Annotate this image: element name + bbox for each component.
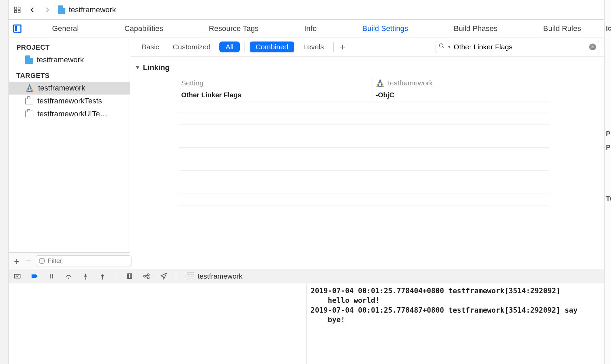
editor-tabs: General Capabilities Resource Tags Info … <box>9 20 604 37</box>
step-out-icon[interactable] <box>99 272 106 280</box>
tab-build-settings[interactable]: Build Settings <box>351 20 420 37</box>
tab-resource-tags[interactable]: Resource Tags <box>197 20 270 37</box>
toggle-navigator-icon[interactable] <box>12 20 22 37</box>
table-row <box>178 101 549 113</box>
sidebar-project-item[interactable]: testframework <box>9 53 130 66</box>
svg-rect-20 <box>128 274 131 279</box>
sidebar-item-label: testframework <box>38 84 85 93</box>
divider <box>116 272 116 280</box>
tab-build-phases[interactable]: Build Phases <box>442 20 509 37</box>
build-settings-filter-bar: Basic Customized All Combined Levels ＋ ▾… <box>130 37 604 56</box>
tab-info[interactable]: Info <box>293 20 328 37</box>
svg-rect-3 <box>18 10 20 12</box>
svg-rect-10 <box>15 274 20 278</box>
settings-table: Setting testframework Other Linker Flags… <box>178 77 549 217</box>
console-view[interactable]: 2019-07-04 00:01:25.778404+0800 testfram… <box>307 283 604 364</box>
simulate-location-icon[interactable] <box>160 272 167 280</box>
breadcrumb-item[interactable]: testframework <box>58 5 116 14</box>
step-over-icon[interactable] <box>65 272 72 280</box>
process-icon <box>187 272 194 280</box>
breakpoints-toggle-icon[interactable] <box>31 272 38 280</box>
setting-value[interactable]: -ObjC <box>373 90 549 100</box>
svg-line-24 <box>145 275 147 276</box>
sidebar-footer: ＋ − ≡ <box>9 252 130 269</box>
sidebar-filter-field[interactable] <box>48 257 128 265</box>
scope-basic[interactable]: Basic <box>135 37 166 56</box>
view-combined[interactable]: Combined <box>250 42 295 52</box>
nav-forward-icon <box>43 5 52 14</box>
scope-all[interactable]: All <box>219 42 239 52</box>
svg-line-7 <box>442 47 444 48</box>
add-target-button[interactable]: ＋ <box>12 257 21 265</box>
variables-view[interactable] <box>9 283 307 364</box>
step-into-icon[interactable] <box>82 272 89 280</box>
table-row <box>178 125 549 136</box>
svg-point-22 <box>147 274 150 276</box>
disclosure-triangle-icon[interactable]: ▼ <box>135 65 140 71</box>
table-row[interactable]: Other Linker Flags -ObjC <box>178 89 549 101</box>
table-row <box>178 182 549 194</box>
search-icon <box>439 43 445 51</box>
sidebar-target-tests[interactable]: testframeworkTests <box>9 95 130 107</box>
settings-search-input[interactable] <box>454 43 586 51</box>
clear-search-button[interactable]: ✕ <box>589 44 596 50</box>
sidebar-item-label: testframeworkTests <box>37 97 102 105</box>
settings-group-header[interactable]: ▼ Linking <box>135 63 549 72</box>
sidebar-section-targets: TARGETS <box>9 70 130 82</box>
add-setting-button[interactable]: ＋ <box>336 41 349 53</box>
table-row <box>178 205 549 217</box>
pause-icon[interactable] <box>48 272 55 280</box>
sidebar-target-app[interactable]: testframework <box>9 82 130 95</box>
tab-general[interactable]: General <box>41 20 90 37</box>
group-title: Linking <box>143 63 170 72</box>
divider <box>177 272 177 280</box>
targets-sidebar: PROJECT testframework TARGETS testframew… <box>9 37 130 269</box>
tab-build-rules[interactable]: Build Rules <box>532 20 593 37</box>
hide-debug-area-icon[interactable] <box>14 272 21 280</box>
svg-rect-0 <box>15 7 17 9</box>
sidebar-section-project: PROJECT <box>9 42 130 53</box>
svg-point-6 <box>439 44 443 47</box>
chevron-down-icon[interactable]: ▾ <box>448 45 450 49</box>
related-items-icon[interactable] <box>13 5 22 14</box>
svg-marker-9 <box>378 80 382 86</box>
debug-view-hierarchy-icon[interactable] <box>126 272 133 280</box>
filter-icon: ≡ <box>39 258 45 264</box>
svg-rect-1 <box>18 7 20 9</box>
view-levels[interactable]: Levels <box>296 37 331 56</box>
breadcrumb-bar: testframework <box>9 0 604 20</box>
svg-marker-11 <box>32 274 37 278</box>
svg-line-25 <box>145 276 147 277</box>
svg-point-23 <box>147 277 150 279</box>
setting-name: Other Linker Flags <box>178 90 373 100</box>
column-header-setting: Setting <box>178 78 373 88</box>
sidebar-item-label: testframework <box>37 55 84 64</box>
test-target-icon <box>25 98 33 104</box>
svg-point-18 <box>102 278 103 279</box>
table-row <box>178 171 549 182</box>
project-file-icon <box>58 5 65 14</box>
inspector-label-fragment: P <box>606 144 610 157</box>
sidebar-target-uitests[interactable]: testframeworkUITe… <box>9 107 130 120</box>
inspector-label-fragment: Ic <box>606 24 611 38</box>
inspector-label-fragment: P <box>606 130 610 144</box>
debug-process-name: testframework <box>198 272 242 280</box>
nav-back-icon[interactable] <box>28 5 37 14</box>
app-target-icon <box>376 79 385 87</box>
svg-rect-2 <box>15 10 17 12</box>
tab-capabilities[interactable]: Capabilities <box>113 20 175 37</box>
remove-target-button[interactable]: − <box>26 257 31 265</box>
inspector-panel-truncated: Ic P P Te <box>604 0 611 364</box>
svg-marker-26 <box>161 273 167 279</box>
column-header-target: testframework <box>373 77 549 89</box>
svg-point-16 <box>85 278 86 279</box>
scope-customized[interactable]: Customized <box>166 37 217 56</box>
debug-memory-graph-icon[interactable] <box>143 272 150 280</box>
breadcrumb-project-name: testframework <box>69 5 116 14</box>
settings-search-box[interactable]: ▾ ✕ <box>436 41 599 53</box>
divider <box>245 42 245 52</box>
debug-process-selector[interactable]: testframework <box>187 272 242 280</box>
build-settings-content: Basic Customized All Combined Levels ＋ ▾… <box>130 37 604 269</box>
inspector-label-fragment: Te <box>606 195 611 208</box>
sidebar-filter-input[interactable]: ≡ <box>36 255 131 266</box>
